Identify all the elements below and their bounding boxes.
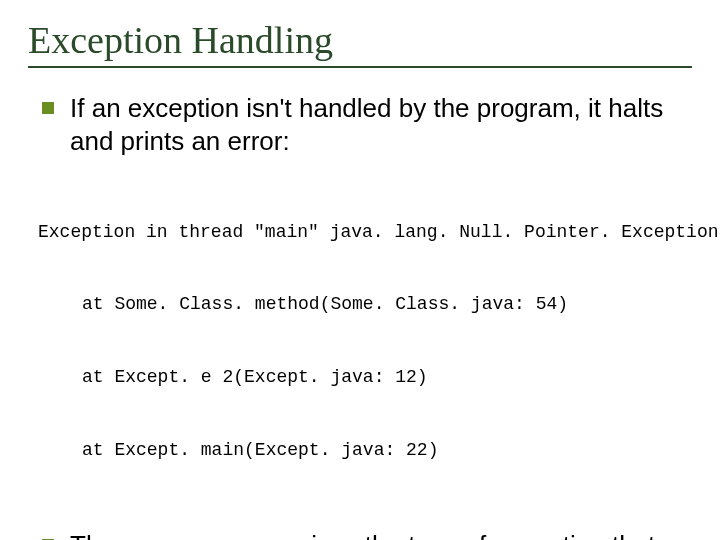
bullet-item-2: The error message gives the type of exce… [28,529,692,540]
bullet-text: If an exception isn't handled by the pro… [70,93,663,156]
bullet-text: The error message gives the type of exce… [70,530,655,540]
bullet-list: If an exception isn't handled by the pro… [28,92,692,157]
bullet-list: The error message gives the type of exce… [28,529,692,540]
bullet-item-1: If an exception isn't handled by the pro… [28,92,692,157]
bullet-icon [42,102,54,114]
code-line: at Except. main(Except. java: 22) [38,438,692,462]
title-rule [28,66,692,68]
code-block: Exception in thread "main" java. lang. N… [38,171,692,511]
code-line: Exception in thread "main" java. lang. N… [38,220,692,244]
code-line: at Some. Class. method(Some. Class. java… [38,292,692,316]
code-line: at Except. e 2(Except. java: 12) [38,365,692,389]
slide-title: Exception Handling [28,18,692,62]
slide: Exception Handling If an exception isn't… [0,0,720,540]
